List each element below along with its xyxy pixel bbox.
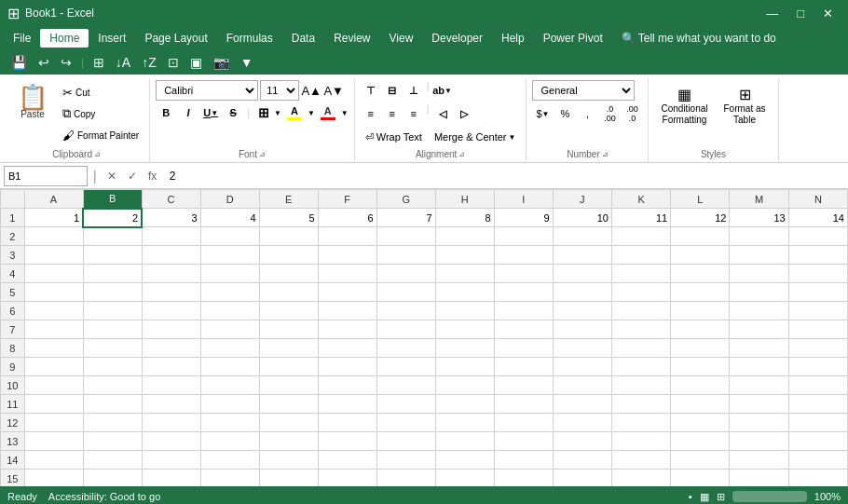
cell-E1[interactable]: 5: [259, 209, 318, 227]
insert-function-button[interactable]: fx: [144, 167, 162, 185]
cell-E10[interactable]: [259, 376, 318, 395]
name-box[interactable]: [4, 166, 88, 186]
cell-E3[interactable]: [259, 246, 318, 265]
cell-L3[interactable]: [671, 246, 730, 265]
cell-M7[interactable]: [730, 320, 788, 339]
row-header-2[interactable]: 2: [1, 227, 25, 246]
cell-D15[interactable]: [200, 470, 259, 487]
row-header-1[interactable]: 1: [1, 209, 25, 227]
cell-C14[interactable]: [142, 451, 200, 470]
row-header-11[interactable]: 11: [1, 395, 25, 414]
cell-H8[interactable]: [435, 339, 494, 358]
cell-L5[interactable]: [671, 283, 730, 302]
qa-undo-button[interactable]: ↩: [34, 53, 53, 72]
clipboard-expand-icon[interactable]: ⊿: [94, 150, 101, 158]
cell-F5[interactable]: [318, 283, 376, 302]
cell-J14[interactable]: [553, 451, 611, 470]
cell-K7[interactable]: [611, 320, 670, 339]
row-header-6[interactable]: 6: [1, 302, 25, 320]
merge-center-dropdown-icon[interactable]: ▼: [509, 133, 516, 142]
cell-N13[interactable]: [788, 432, 847, 451]
cell-I4[interactable]: [494, 265, 553, 283]
window-controls[interactable]: — □ ✕: [759, 5, 841, 22]
increase-decimal-button[interactable]: .0.00: [599, 103, 620, 124]
cell-I8[interactable]: [494, 339, 553, 358]
cell-K10[interactable]: [611, 376, 670, 395]
cell-M4[interactable]: [730, 265, 788, 283]
cell-M14[interactable]: [730, 451, 788, 470]
cell-J7[interactable]: [553, 320, 611, 339]
cell-C12[interactable]: [142, 414, 200, 432]
cell-K4[interactable]: [611, 265, 670, 283]
cell-J13[interactable]: [553, 432, 611, 451]
cell-B2[interactable]: [83, 227, 142, 246]
cell-B15[interactable]: [83, 470, 142, 487]
cell-E7[interactable]: [259, 320, 318, 339]
cell-B1[interactable]: 2: [83, 209, 142, 227]
cell-N2[interactable]: [788, 227, 847, 246]
cell-J1[interactable]: 10: [553, 209, 611, 227]
cell-N3[interactable]: [788, 246, 847, 265]
cell-K5[interactable]: [611, 283, 670, 302]
strikethrough-button[interactable]: S: [223, 102, 243, 123]
cell-J15[interactable]: [553, 470, 611, 487]
cell-L7[interactable]: [671, 320, 730, 339]
format-painter-button[interactable]: 🖌 Format Painter: [58, 125, 144, 145]
cell-J12[interactable]: [553, 414, 611, 432]
cell-H14[interactable]: [435, 451, 494, 470]
cell-C1[interactable]: 3: [142, 209, 200, 227]
row-header-8[interactable]: 8: [1, 339, 25, 358]
cell-F15[interactable]: [318, 470, 376, 487]
cell-I7[interactable]: [494, 320, 553, 339]
merge-center-button[interactable]: Merge & Center ▼: [430, 127, 521, 147]
cell-H1[interactable]: 8: [435, 209, 494, 227]
view-page-button[interactable]: ⊞: [717, 491, 725, 503]
align-top-button[interactable]: ⊤: [361, 80, 381, 101]
row-header-3[interactable]: 3: [1, 246, 25, 265]
cell-E15[interactable]: [259, 470, 318, 487]
cell-B13[interactable]: [83, 432, 142, 451]
cell-K3[interactable]: [611, 246, 670, 265]
cell-L8[interactable]: [671, 339, 730, 358]
cell-A3[interactable]: [24, 246, 83, 265]
cell-G6[interactable]: [376, 302, 435, 320]
cell-K2[interactable]: [611, 227, 670, 246]
col-header-L[interactable]: L: [671, 190, 730, 209]
format-as-table-button[interactable]: ⊞ Format asTable: [718, 82, 773, 129]
cell-M9[interactable]: [730, 358, 788, 376]
cell-J8[interactable]: [553, 339, 611, 358]
view-layout-button[interactable]: ▦: [700, 491, 709, 503]
cell-G12[interactable]: [376, 414, 435, 432]
cell-L11[interactable]: [671, 395, 730, 414]
cell-D2[interactable]: [200, 227, 259, 246]
align-left-button[interactable]: ≡: [361, 103, 381, 124]
orientation-button[interactable]: ab▼: [432, 80, 453, 101]
col-header-K[interactable]: K: [611, 190, 670, 209]
cell-G10[interactable]: [376, 376, 435, 395]
cell-H15[interactable]: [435, 470, 494, 487]
col-header-M[interactable]: M: [730, 190, 788, 209]
cell-K6[interactable]: [611, 302, 670, 320]
confirm-formula-button[interactable]: ✓: [123, 167, 142, 185]
cell-H5[interactable]: [435, 283, 494, 302]
cell-I10[interactable]: [494, 376, 553, 395]
cell-I5[interactable]: [494, 283, 553, 302]
col-header-A[interactable]: A: [24, 190, 83, 209]
cell-E6[interactable]: [259, 302, 318, 320]
cell-N14[interactable]: [788, 451, 847, 470]
cell-D7[interactable]: [200, 320, 259, 339]
row-header-4[interactable]: 4: [1, 265, 25, 283]
cell-K9[interactable]: [611, 358, 670, 376]
minimize-button[interactable]: —: [759, 5, 786, 22]
menu-formulas[interactable]: Formulas: [217, 29, 282, 48]
alignment-expand-icon[interactable]: ⊿: [458, 150, 465, 158]
cell-A13[interactable]: [24, 432, 83, 451]
bold-button[interactable]: B: [156, 102, 176, 123]
col-header-I[interactable]: I: [494, 190, 553, 209]
conditional-formatting-button[interactable]: ▦ ConditionalFormatting: [654, 82, 714, 129]
borders-dropdown[interactable]: ▼: [274, 109, 281, 117]
col-header-G[interactable]: G: [376, 190, 435, 209]
cell-D11[interactable]: [200, 395, 259, 414]
row-header-12[interactable]: 12: [1, 414, 25, 432]
indent-decrease-button[interactable]: ◁: [432, 103, 453, 124]
